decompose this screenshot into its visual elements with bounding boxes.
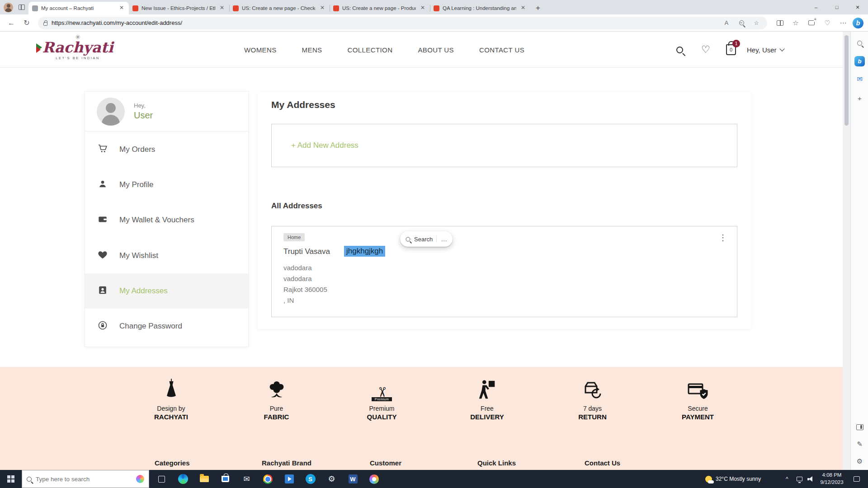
popup-more-icon[interactable]: … [436,235,447,243]
footer-col-quick-links: Quick Links [477,459,516,467]
sidebar-item-my-profile[interactable]: My Profile [85,167,248,202]
mail-icon[interactable]: ✉ [236,470,257,488]
sun-icon [705,476,712,483]
taskbar-clock[interactable]: 4:08 PM 9/12/2023 [817,470,846,488]
nav-contact-us[interactable]: CONTACT US [479,46,524,54]
tab-create-page-checkout[interactable]: US: Create a new page - Checko... ✕ [229,2,330,14]
scissors-premium-icon: ✂Premium [340,372,424,401]
back-icon[interactable]: ← [5,16,18,30]
search-icon [406,237,410,241]
sidebar-item-my-wishlist[interactable]: My Wishlist [85,238,248,273]
sidebar-add-icon[interactable]: + [851,90,868,106]
split-screen-icon[interactable] [774,17,786,29]
favorites-icon[interactable]: ☆ [789,17,802,29]
new-tab-button[interactable]: + [532,2,544,14]
search-highlights-icon[interactable] [136,475,144,483]
browser-essentials-icon[interactable]: ♡ [821,17,834,29]
tab-favicon [233,5,239,11]
secure-payment-icon [656,372,740,401]
sidebar-search-icon[interactable] [851,35,868,51]
sidebar-item-my-wallet[interactable]: My Wallet & Vouchers [85,202,248,238]
sidebar-edit-icon[interactable]: ✎ [851,436,868,452]
file-explorer-icon[interactable] [193,470,215,488]
sidebar-item-change-password[interactable]: Change Password [85,309,248,344]
maximize-button[interactable]: □ [826,0,847,14]
account-menu[interactable]: Hey, User [747,32,784,68]
tab-close-icon[interactable]: ✕ [218,5,226,12]
windows-taskbar: ✉ S ⚙ W 32°C Mostly sunny ^ 4:08 PM 9/12… [0,470,868,488]
chevron-down-icon [779,46,784,51]
nav-about-us[interactable]: ABOUT US [418,46,454,54]
minimize-button[interactable]: – [806,0,826,14]
refresh-icon[interactable]: ↻ [20,16,33,30]
volume-icon[interactable] [807,470,814,488]
tab-close-icon[interactable]: ✕ [319,5,326,12]
account-profile: Hey, User [85,92,248,131]
weather-widget[interactable]: 32°C Mostly sunny [705,470,761,488]
page-title: My Addresses [271,99,335,110]
chrome-icon[interactable] [257,470,278,488]
address-name: Trupti Vasava [283,247,330,256]
taskbar-search-input[interactable] [36,476,132,483]
sidebar-bing-icon[interactable]: b [851,53,868,69]
taskbar-apps: ✉ S ⚙ W [151,470,385,488]
nav-mens[interactable]: MENS [302,46,322,54]
task-view-icon[interactable] [151,470,172,488]
sidebar-item-my-addresses[interactable]: My Addresses [85,273,248,309]
heart-icon [98,250,108,262]
wallet-icon [98,214,108,226]
tab-qa-learning[interactable]: QA Learning : Understanding an... ✕ [430,2,530,14]
add-address-box[interactable]: + Add New Address [271,124,737,167]
feature-fabric: Pure FABRIC [235,372,318,421]
tab-favicon [333,5,339,11]
browser-profile-avatar[interactable] [4,3,13,12]
network-icon[interactable] [797,470,802,488]
tab-close-icon[interactable]: ✕ [519,5,527,12]
notification-center-icon[interactable] [854,470,860,488]
settings-more-icon[interactable]: ⋯ [837,17,849,29]
tab-new-issue[interactable]: New Issue - Ethics-Projects / Ethi... ✕ [129,2,229,14]
movies-icon[interactable] [278,470,300,488]
url-text[interactable]: https://new.rachyati.com/my-account/edit… [52,19,717,26]
start-button[interactable] [0,470,22,488]
paint-icon[interactable] [363,470,385,488]
workspaces-icon[interactable] [19,5,25,10]
tab-favicon [132,5,138,11]
address-bar[interactable]: https://new.rachyati.com/my-account/edit… [38,17,767,29]
tab-my-account[interactable]: My account – Rachyati ✕ [28,2,129,14]
search-icon[interactable] [676,32,683,68]
store-icon[interactable] [215,470,236,488]
feature-return: 7 days RETURN [551,372,634,421]
read-aloud-icon[interactable]: A [721,18,732,28]
selected-text[interactable]: jhgkhgjkgh [344,246,385,257]
nav-collection[interactable]: COLLECTION [348,46,393,54]
skype-icon[interactable]: S [300,470,321,488]
edge-icon[interactable] [172,470,193,488]
tab-close-icon[interactable]: ✕ [118,5,125,12]
cart-bag-icon[interactable]: 0 1 [726,32,736,68]
taskbar-search[interactable] [22,470,149,488]
nav-womens[interactable]: WOMENS [244,46,277,54]
add-new-address-button[interactable]: + Add New Address [291,141,359,150]
word-icon[interactable]: W [342,470,363,488]
popup-search-button[interactable]: Search [414,236,433,243]
tray-expand-icon[interactable]: ^ [786,470,788,488]
page-scrollbar[interactable] [843,32,850,470]
settings-gear-icon[interactable]: ⚙ [321,470,342,488]
kebab-menu-icon[interactable]: ⋮ [719,233,727,243]
sidebar-panel-icon[interactable] [851,419,868,435]
sidebar-item-my-orders[interactable]: My Orders [85,132,248,167]
site-logo[interactable]: ✳ Rachyati LET'S BE INDIAN [33,34,123,60]
tab-close-icon[interactable]: ✕ [419,5,426,12]
zoom-icon[interactable] [736,18,747,28]
close-button[interactable]: ✕ [847,0,868,14]
collections-icon[interactable] [805,17,818,29]
scrollbar-thumb[interactable] [844,35,849,126]
bing-chat-icon[interactable]: b [853,18,863,28]
sidebar-outlook-icon[interactable]: ✉ [851,71,868,87]
cart-badge: 1 [732,40,740,47]
tab-create-page-product[interactable]: US: Create a new page - Product... ✕ [330,2,430,14]
wishlist-heart-icon[interactable]: ♡ [701,32,710,68]
footer-col-categories: Categories [155,459,190,467]
favorite-star-icon[interactable]: ☆ [751,18,762,28]
